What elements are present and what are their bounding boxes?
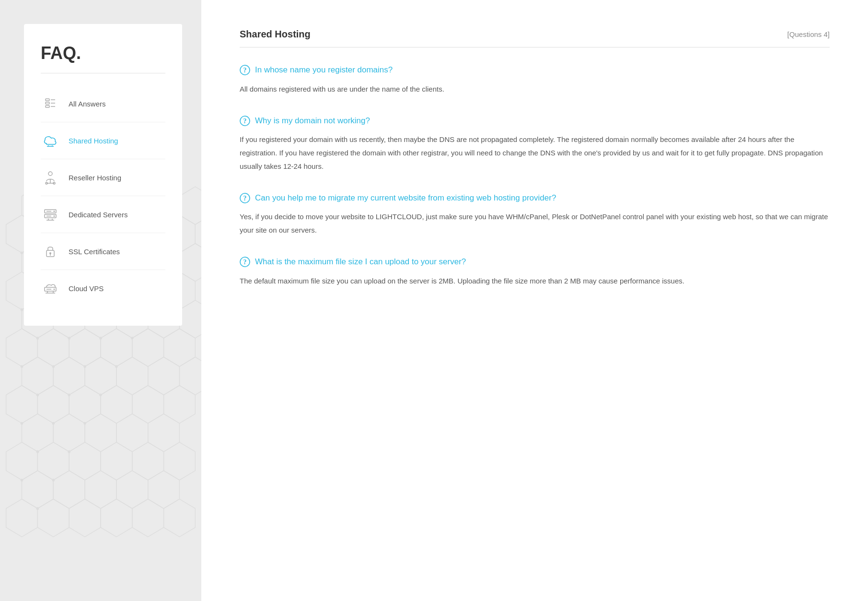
svg-marker-60 [22, 471, 54, 508]
main-content: Shared Hosting [Questions 4] ? In whose … [201, 0, 868, 601]
faq-list: ? In whose name you register domains?All… [240, 64, 830, 287]
svg-marker-65 [6, 499, 38, 537]
svg-point-95 [36, 394, 38, 396]
question-circle-icon: ? [240, 65, 250, 75]
svg-marker-50 [53, 414, 85, 452]
svg-marker-51 [85, 414, 116, 452]
faq-question-4[interactable]: ? What is the maximum file size I can up… [240, 256, 830, 268]
svg-marker-61 [53, 471, 85, 508]
person-network-icon [41, 168, 60, 187]
svg-text:?: ? [243, 118, 247, 125]
sidebar-item-label-cloud-vps: Cloud VPS [69, 284, 104, 293]
faq-question-text-3: Can you help me to migrate my current we… [255, 192, 556, 204]
svg-text:?: ? [243, 195, 247, 202]
page-title: FAQ. [41, 43, 165, 73]
svg-marker-52 [116, 414, 148, 452]
svg-point-99 [52, 422, 54, 424]
sidebar-item-all-answers[interactable]: All Answers [41, 85, 165, 122]
sidebar-item-shared-hosting[interactable]: Shared Hosting [41, 122, 165, 159]
section-count: [Questions 4] [787, 30, 830, 38]
faq-item-1: ? In whose name you register domains?All… [240, 64, 830, 96]
sidebar-item-label-dedicated-servers: Dedicated Servers [69, 211, 127, 219]
faq-answer-4: The default maximum file size you can up… [240, 274, 830, 288]
svg-marker-68 [101, 499, 132, 537]
section-title: Shared Hosting [240, 29, 311, 40]
svg-point-130 [49, 252, 51, 254]
svg-point-105 [36, 507, 38, 509]
faq-item-2: ? Why is my domain not working?If you re… [240, 115, 830, 173]
sidebar-item-ssl-certificates[interactable]: SSL Certificates [41, 233, 165, 270]
sidebar-item-dedicated-servers[interactable]: Dedicated Servers [41, 196, 165, 233]
sidebar-item-reseller-hosting[interactable]: Reseller Hosting [41, 159, 165, 196]
faq-question-text-1: In whose name you register domains? [255, 64, 393, 76]
svg-point-102 [68, 450, 70, 452]
svg-marker-54 [6, 442, 38, 480]
sidebar-inner: FAQ. All Answers [0, 0, 201, 345]
svg-marker-37 [22, 357, 54, 395]
question-circle-icon: ? [240, 193, 250, 203]
svg-marker-66 [37, 499, 69, 537]
svg-marker-49 [22, 414, 54, 452]
sidebar-item-label-all-answers: All Answers [69, 100, 106, 108]
section-header: Shared Hosting [Questions 4] [240, 29, 830, 47]
faq-question-text-2: Why is my domain not working? [255, 115, 370, 127]
svg-marker-45 [69, 385, 101, 423]
svg-marker-55 [37, 442, 69, 480]
svg-marker-47 [132, 385, 164, 423]
svg-rect-107 [46, 102, 49, 104]
svg-marker-69 [132, 499, 164, 537]
sidebar-item-label-shared-hosting: Shared Hosting [69, 137, 118, 145]
svg-marker-39 [85, 357, 116, 395]
svg-marker-57 [101, 442, 132, 480]
svg-marker-62 [85, 471, 116, 508]
svg-marker-58 [132, 442, 164, 480]
svg-point-123 [54, 215, 55, 217]
svg-marker-64 [148, 471, 180, 508]
svg-text:?: ? [243, 67, 247, 74]
svg-marker-56 [69, 442, 101, 480]
svg-marker-48 [164, 385, 196, 423]
server-icon [41, 205, 60, 224]
svg-point-97 [100, 394, 102, 396]
svg-marker-63 [116, 471, 148, 508]
question-circle-icon: ? [240, 257, 250, 267]
question-circle-icon: ? [240, 116, 250, 126]
faq-question-text-4: What is the maximum file size I can uplo… [255, 256, 466, 268]
faq-item-3: ? Can you help me to migrate my current … [240, 192, 830, 237]
svg-marker-59 [164, 442, 196, 480]
svg-marker-38 [53, 357, 85, 395]
svg-marker-44 [37, 385, 69, 423]
svg-rect-108 [46, 106, 49, 107]
faq-answer-2: If you registered your domain with us re… [240, 133, 830, 173]
svg-marker-40 [116, 357, 148, 395]
faq-question-3[interactable]: ? Can you help me to migrate my current … [240, 192, 830, 204]
svg-point-91 [21, 365, 23, 367]
svg-point-103 [21, 479, 23, 481]
svg-marker-70 [164, 499, 196, 537]
svg-point-94 [116, 365, 117, 367]
faq-question-1[interactable]: ? In whose name you register domains? [240, 64, 830, 76]
sidebar-panel: FAQ. All Answers [24, 24, 182, 326]
svg-point-92 [52, 365, 54, 367]
sidebar: FAQ. All Answers [0, 0, 201, 601]
faq-answer-1: All domains registered with us are under… [240, 82, 830, 96]
faq-question-2[interactable]: ? Why is my domain not working? [240, 115, 830, 127]
cloud-vps-icon [41, 279, 60, 298]
svg-rect-106 [46, 99, 49, 101]
svg-point-100 [84, 422, 86, 424]
svg-point-101 [36, 450, 38, 452]
sidebar-item-cloud-vps[interactable]: Cloud VPS [41, 270, 165, 306]
list-icon [41, 94, 60, 113]
sidebar-item-label-ssl-certificates: SSL Certificates [69, 247, 120, 256]
svg-point-122 [54, 211, 55, 212]
svg-marker-67 [69, 499, 101, 537]
svg-point-96 [68, 394, 70, 396]
faq-answer-3: Yes, if you decide to move your website … [240, 210, 830, 237]
faq-item-4: ? What is the maximum file size I can up… [240, 256, 830, 288]
cloud-icon [41, 131, 60, 150]
svg-point-93 [84, 365, 86, 367]
svg-point-115 [48, 172, 52, 176]
svg-text:?: ? [243, 259, 247, 266]
svg-point-133 [54, 289, 55, 290]
svg-marker-53 [148, 414, 180, 452]
